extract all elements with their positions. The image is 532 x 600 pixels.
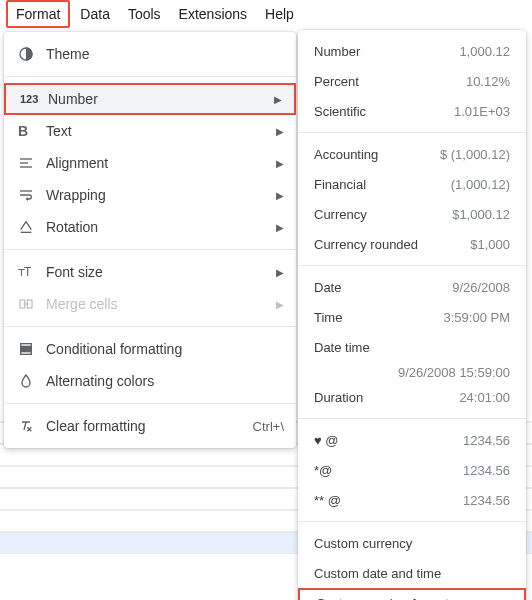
svg-rect-9 [21,344,32,347]
clear-formatting-icon [18,418,40,434]
menu-wrapping[interactable]: Wrapping ▶ [4,179,296,211]
sample: 1.01E+03 [454,104,510,119]
number-option-datetime[interactable]: Date time [298,332,526,362]
menubar-extensions[interactable]: Extensions [171,2,255,26]
divider [4,403,296,404]
number-option-financial[interactable]: Financial (1,000.12) [298,169,526,199]
label: ♥ @ [314,433,339,448]
chevron-right-icon: ▶ [276,222,284,233]
sample: 1234.56 [463,493,510,508]
alignment-icon [18,155,40,171]
label: Custom currency [314,536,412,551]
menubar-help[interactable]: Help [257,2,302,26]
chevron-right-icon: ▶ [276,190,284,201]
chevron-right-icon: ▶ [276,267,284,278]
menubar-format[interactable]: Format [6,0,70,28]
chevron-right-icon: ▶ [274,94,282,105]
menu-number-label: Number [42,91,266,107]
label: Time [314,310,342,325]
label: Accounting [314,147,378,162]
divider [4,249,296,250]
number-option-number[interactable]: Number 1,000.12 [298,36,526,66]
menu-merge-cells: Merge cells ▶ [4,288,296,320]
menu-alternating-colors-label: Alternating colors [40,373,284,389]
chevron-right-icon: ▶ [276,158,284,169]
theme-icon [18,46,40,62]
number-option-date[interactable]: Date 9/26/2008 [298,272,526,302]
number-option-datetime-sample: 9/26/2008 15:59:00 [298,362,526,382]
rotation-icon [18,219,40,235]
number-option-custom-number-format[interactable]: Custom number format [298,588,526,600]
label: Date time [314,340,370,355]
menu-font-size[interactable]: ᴛT Font size ▶ [4,256,296,288]
menu-conditional-formatting-label: Conditional formatting [40,341,284,357]
number-option-custom-1[interactable]: ♥ @ 1234.56 [298,425,526,455]
label: Custom number format [316,596,449,601]
number-option-time[interactable]: Time 3:59:00 PM [298,302,526,332]
menu-clear-formatting-label: Clear formatting [40,418,253,434]
chevron-right-icon: ▶ [276,299,284,310]
label: Financial [314,177,366,192]
sample: 1,000.12 [459,44,510,59]
sample: 1234.56 [463,433,510,448]
divider [298,132,526,133]
menu-number[interactable]: 123 Number ▶ [4,83,296,115]
number-option-percent[interactable]: Percent 10.12% [298,66,526,96]
number-option-custom-3[interactable]: ** @ 1234.56 [298,485,526,515]
label: Custom date and time [314,566,441,581]
menubar-tools[interactable]: Tools [120,2,169,26]
conditional-formatting-icon [18,341,40,357]
divider [4,326,296,327]
divider [298,265,526,266]
menu-merge-cells-label: Merge cells [40,296,268,312]
svg-rect-11 [21,352,32,355]
number-option-accounting[interactable]: Accounting $ (1,000.12) [298,139,526,169]
menu-rotation-label: Rotation [40,219,268,235]
menu-theme[interactable]: Theme [4,38,296,70]
sample: $1,000.12 [452,207,510,222]
label: Percent [314,74,359,89]
number-option-currency[interactable]: Currency $1,000.12 [298,199,526,229]
sample: 3:59:00 PM [444,310,511,325]
label: ** @ [314,493,341,508]
wrapping-icon [18,187,40,203]
menu-clear-formatting[interactable]: Clear formatting Ctrl+\ [4,410,296,442]
label: Date [314,280,341,295]
menu-alternating-colors[interactable]: Alternating colors [4,365,296,397]
number-option-currency-rounded[interactable]: Currency rounded $1,000 [298,229,526,259]
number-option-custom-currency[interactable]: Custom currency [298,528,526,558]
sample: $ (1,000.12) [440,147,510,162]
menu-text[interactable]: B Text ▶ [4,115,296,147]
menu-rotation[interactable]: Rotation ▶ [4,211,296,243]
svg-rect-10 [21,348,32,351]
menu-theme-label: Theme [40,46,284,62]
label: Currency rounded [314,237,418,252]
menu-conditional-formatting[interactable]: Conditional formatting [4,333,296,365]
menubar-data[interactable]: Data [72,2,118,26]
sample: 9/26/2008 [452,280,510,295]
label: *@ [314,463,332,478]
chevron-right-icon: ▶ [276,126,284,137]
sample: 10.12% [466,74,510,89]
number-submenu: Number 1,000.12 Percent 10.12% Scientifi… [298,30,526,600]
alternating-colors-icon [18,373,40,389]
menu-clear-formatting-shortcut: Ctrl+\ [253,419,284,434]
sample: 24:01:00 [459,390,510,405]
menu-text-label: Text [40,123,268,139]
menu-wrapping-label: Wrapping [40,187,268,203]
format-menu: Theme 123 Number ▶ B Text ▶ Alignment ▶ … [4,32,296,448]
sample: 9/26/2008 15:59:00 [398,365,510,380]
number-option-custom-2[interactable]: *@ 1234.56 [298,455,526,485]
number-option-custom-datetime[interactable]: Custom date and time [298,558,526,588]
divider [298,418,526,419]
sample: $1,000 [470,237,510,252]
menu-alignment-label: Alignment [40,155,268,171]
label: Scientific [314,104,366,119]
menu-alignment[interactable]: Alignment ▶ [4,147,296,179]
label: Number [314,44,360,59]
number-option-scientific[interactable]: Scientific 1.01E+03 [298,96,526,126]
merge-cells-icon [18,296,40,312]
menu-font-size-label: Font size [40,264,268,280]
number-option-duration[interactable]: Duration 24:01:00 [298,382,526,412]
menubar: Format Data Tools Extensions Help [0,0,532,28]
